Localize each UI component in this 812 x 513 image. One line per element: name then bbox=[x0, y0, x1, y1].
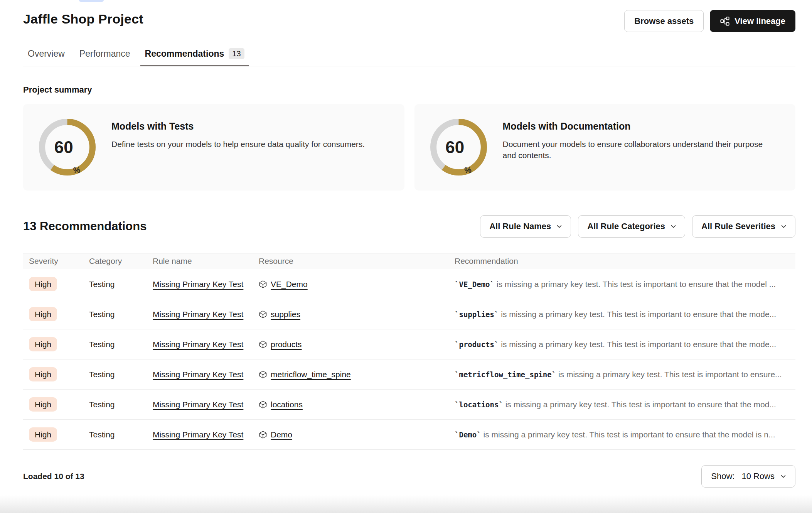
column-severity: Severity bbox=[29, 256, 89, 266]
rule-severities-filter-label: All Rule Severities bbox=[701, 221, 775, 231]
resource-link[interactable]: VE_Demo bbox=[271, 280, 308, 289]
resource-link[interactable]: Demo bbox=[271, 430, 292, 439]
resource-code: `products` bbox=[455, 340, 499, 349]
resource-code: `VE_Demo` bbox=[455, 280, 494, 289]
models-with-tests-card: 60 % Models with Tests Define tests on y… bbox=[23, 104, 404, 191]
table-row: High Testing Missing Primary Key Test lo… bbox=[23, 390, 795, 420]
rule-names-filter[interactable]: All Rule Names bbox=[480, 215, 571, 238]
rule-name-link[interactable]: Missing Primary Key Test bbox=[153, 340, 243, 349]
resource-code: `supplies` bbox=[455, 310, 499, 319]
show-label: Show: bbox=[711, 471, 735, 481]
model-cube-icon bbox=[259, 340, 267, 349]
table-row: High Testing Missing Primary Key Test su… bbox=[23, 299, 795, 329]
chevron-down-icon bbox=[671, 225, 676, 228]
severity-badge: High bbox=[29, 307, 57, 321]
column-category: Category bbox=[89, 256, 153, 266]
table-row: High Testing Missing Primary Key Test me… bbox=[23, 359, 795, 390]
filter-bar: All Rule Names All Rule Categories All R… bbox=[480, 215, 795, 238]
documentation-card-description: Document your models to ensure collabora… bbox=[503, 138, 776, 161]
header-actions: Browse assets View lineage bbox=[624, 10, 795, 32]
recommendations-table: Severity Category Rule name Resource Rec… bbox=[23, 253, 795, 450]
tab-overview[interactable]: Overview bbox=[23, 48, 69, 66]
project-summary-label: Project summary bbox=[23, 85, 795, 95]
rule-severities-filter[interactable]: All Rule Severities bbox=[692, 215, 795, 238]
resource-link[interactable]: locations bbox=[271, 400, 303, 409]
recommendation-text: is missing a primary key test. This test… bbox=[556, 370, 782, 379]
recommendation-text: is missing a primary key test. This test… bbox=[481, 430, 775, 439]
rule-name-link[interactable]: Missing Primary Key Test bbox=[153, 430, 243, 439]
recommendation-cell: `locations` is missing a primary key tes… bbox=[455, 400, 790, 409]
summary-cards: 60 % Models with Tests Define tests on y… bbox=[23, 104, 795, 191]
column-recommendation: Recommendation bbox=[455, 256, 790, 266]
recommendation-cell: `products` is missing a primary key test… bbox=[455, 340, 790, 349]
view-lineage-button[interactable]: View lineage bbox=[710, 10, 795, 32]
category-cell: Testing bbox=[89, 430, 153, 439]
recommendations-header: 13 Recommendations All Rule Names All Ru… bbox=[23, 215, 795, 238]
model-cube-icon bbox=[259, 280, 267, 289]
rule-categories-filter[interactable]: All Rule Categories bbox=[578, 215, 685, 238]
resource-link[interactable]: metricflow_time_spine bbox=[271, 370, 351, 379]
rule-names-filter-label: All Rule Names bbox=[489, 221, 551, 231]
rule-name-link[interactable]: Missing Primary Key Test bbox=[153, 400, 243, 409]
recommendation-cell: `VE_Demo` is missing a primary key test.… bbox=[455, 280, 790, 289]
browse-assets-label: Browse assets bbox=[634, 16, 694, 26]
category-cell: Testing bbox=[89, 280, 153, 289]
browse-assets-button[interactable]: Browse assets bbox=[624, 10, 704, 32]
model-cube-icon bbox=[259, 430, 267, 439]
documentation-donut-chart: 60 % bbox=[430, 119, 487, 176]
documentation-card-title: Models with Documentation bbox=[503, 121, 776, 132]
resource-link[interactable]: supplies bbox=[271, 310, 300, 319]
rows-per-page-select[interactable]: Show: 10 Rows bbox=[701, 465, 795, 488]
tab-bar: Overview Performance Recommendations 13 bbox=[23, 48, 795, 66]
table-row: High Testing Missing Primary Key Test VE… bbox=[23, 269, 795, 299]
chevron-down-icon bbox=[557, 225, 562, 228]
tests-card-title: Models with Tests bbox=[111, 121, 365, 132]
show-value: 10 Rows bbox=[741, 471, 775, 481]
model-cube-icon bbox=[259, 310, 267, 319]
chevron-down-icon bbox=[781, 225, 786, 228]
tab-performance[interactable]: Performance bbox=[75, 48, 135, 66]
category-cell: Testing bbox=[89, 400, 153, 409]
tests-percent-suffix: % bbox=[73, 165, 81, 175]
bottom-fade bbox=[0, 495, 812, 513]
resource-link[interactable]: products bbox=[271, 340, 302, 349]
tab-recommendations[interactable]: Recommendations 13 bbox=[140, 48, 249, 66]
column-resource: Resource bbox=[259, 256, 455, 266]
resource-code: `Demo` bbox=[455, 430, 481, 439]
severity-badge: High bbox=[29, 427, 57, 442]
models-with-documentation-card: 60 % Models with Documentation Document … bbox=[414, 104, 796, 191]
tests-percent-value: 60 bbox=[54, 139, 73, 156]
column-rule-name: Rule name bbox=[153, 256, 259, 266]
documentation-percent-suffix: % bbox=[464, 165, 472, 175]
rule-name-link[interactable]: Missing Primary Key Test bbox=[153, 280, 243, 289]
model-cube-icon bbox=[259, 370, 267, 379]
recommendation-text: is missing a primary key test. This test… bbox=[503, 400, 776, 409]
severity-badge: High bbox=[29, 337, 57, 351]
loaded-count-label: Loaded 10 of 13 bbox=[23, 472, 84, 481]
documentation-percent-value: 60 bbox=[445, 139, 464, 156]
clipped-scroll-artifact bbox=[79, 0, 104, 2]
tab-performance-label: Performance bbox=[79, 49, 130, 59]
severity-badge: High bbox=[29, 277, 57, 291]
tab-recommendations-label: Recommendations bbox=[145, 49, 224, 59]
recommendation-cell: `metricflow_time_spine` is missing a pri… bbox=[455, 370, 790, 379]
table-row: High Testing Missing Primary Key Test pr… bbox=[23, 329, 795, 359]
recommendations-heading: 13 Recommendations bbox=[23, 219, 147, 233]
table-footer: Loaded 10 of 13 Show: 10 Rows bbox=[23, 465, 795, 488]
resource-code: `metricflow_time_spine` bbox=[455, 370, 556, 379]
table-body: High Testing Missing Primary Key Test VE… bbox=[23, 269, 795, 450]
table-header-row: Severity Category Rule name Resource Rec… bbox=[23, 253, 795, 269]
category-cell: Testing bbox=[89, 370, 153, 379]
rule-categories-filter-label: All Rule Categories bbox=[587, 221, 665, 231]
model-cube-icon bbox=[259, 400, 267, 409]
rule-name-link[interactable]: Missing Primary Key Test bbox=[153, 310, 243, 319]
recommendation-cell: `supplies` is missing a primary key test… bbox=[455, 310, 790, 319]
page-header: Jaffle Shop Project Browse assets View l… bbox=[23, 0, 795, 32]
severity-badge: High bbox=[29, 397, 57, 412]
project-page: Jaffle Shop Project Browse assets View l… bbox=[0, 0, 812, 513]
recommendation-text: is missing a primary key test. This test… bbox=[499, 340, 776, 349]
lineage-icon bbox=[720, 16, 730, 26]
view-lineage-label: View lineage bbox=[735, 16, 785, 26]
tab-overview-label: Overview bbox=[28, 49, 65, 59]
rule-name-link[interactable]: Missing Primary Key Test bbox=[153, 370, 243, 379]
